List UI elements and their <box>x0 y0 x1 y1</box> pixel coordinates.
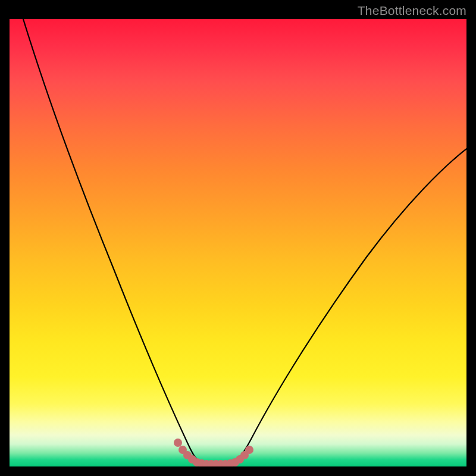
plot-area <box>10 19 466 466</box>
bottom-markers <box>174 439 253 466</box>
svg-point-15 <box>245 446 253 454</box>
svg-point-0 <box>174 439 182 447</box>
watermark-text: TheBottleneck.com <box>358 4 466 18</box>
chart-frame: TheBottleneck.com <box>0 0 476 476</box>
bottleneck-curve <box>23 19 466 464</box>
curve-layer <box>10 19 466 466</box>
